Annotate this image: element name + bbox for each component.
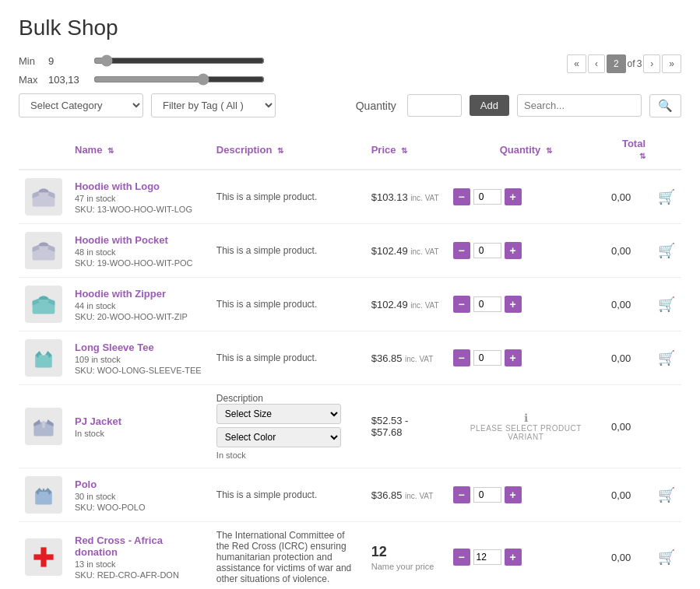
product-name-cell: PJ Jacket In stock — [69, 385, 210, 468]
product-stock: 30 in stock — [75, 492, 204, 501]
th-quantity[interactable]: Quantity ⇅ — [447, 130, 605, 170]
product-name-link[interactable]: Polo — [75, 479, 97, 490]
qty-plus-button[interactable]: + — [505, 242, 522, 259]
product-description: Description — [216, 393, 263, 404]
product-image — [25, 538, 62, 576]
product-total-cell: 0,00 — [605, 224, 652, 278]
product-image-cell — [19, 331, 69, 385]
table-row: Polo 30 in stock SKU: WOO-POLOThis is a … — [19, 468, 681, 522]
add-to-cart-button[interactable]: 🛒 — [658, 349, 675, 366]
product-cart-cell: 🛒 — [652, 278, 681, 331]
size-select[interactable]: Select Size — [216, 404, 341, 424]
product-total: 0,00 — [611, 299, 631, 310]
product-price-cell: $102.49 inc. VAT — [365, 278, 447, 331]
product-description: This is a simple product. — [210, 170, 365, 224]
svg-rect-9 — [33, 554, 53, 559]
color-select[interactable]: Select Color — [216, 427, 341, 447]
qty-input[interactable] — [473, 296, 501, 312]
add-to-cart-button[interactable]: 🛒 — [658, 486, 675, 503]
qty-minus-button[interactable]: − — [453, 486, 470, 503]
qty-input[interactable] — [473, 487, 501, 503]
tag-select[interactable]: Filter by Tag ( All ) — [151, 93, 276, 117]
product-name-link[interactable]: Hoodie with Zipper — [75, 288, 166, 300]
product-quantity-cell: ℹ PLEASE SELECT PRODUCT VARIANT — [447, 385, 605, 468]
quantity-input[interactable] — [407, 94, 462, 117]
product-description: This is a simple product. — [210, 278, 365, 331]
product-stock: 44 in stock — [75, 301, 204, 310]
qty-minus-button[interactable]: − — [453, 242, 470, 259]
product-description: The International Committee of the Red C… — [210, 522, 365, 590]
th-price[interactable]: Price ⇅ — [365, 130, 447, 170]
add-to-cart-button[interactable]: 🛒 — [658, 549, 675, 566]
qty-controls: − + — [453, 549, 599, 566]
pagination-current[interactable]: 2 — [607, 54, 626, 73]
add-to-cart-button[interactable]: 🛒 — [658, 296, 675, 313]
qty-input[interactable] — [473, 189, 501, 205]
add-button[interactable]: Add — [470, 95, 509, 116]
qty-input[interactable] — [473, 243, 501, 258]
max-range-slider[interactable] — [93, 73, 265, 86]
th-name[interactable]: Name ⇅ — [69, 130, 210, 170]
product-name-cell: Hoodie with Zipper 44 in stock SKU: 20-W… — [69, 278, 210, 331]
category-select[interactable]: Select Category — [19, 93, 143, 117]
th-total[interactable]: Total ⇅ — [605, 130, 652, 170]
product-price: $103.13 inc. VAT — [371, 191, 441, 203]
min-range-slider[interactable] — [93, 54, 265, 67]
table-row: Hoodie with Pocket 48 in stock SKU: 19-W… — [19, 224, 681, 278]
qty-minus-button[interactable]: − — [453, 349, 470, 366]
max-label: Max — [19, 74, 42, 86]
qty-input[interactable] — [473, 549, 501, 565]
product-name-cell: Long Sleeve Tee 109 in stock SKU: WOO-LO… — [69, 331, 210, 385]
search-input[interactable] — [517, 94, 642, 117]
product-sku: SKU: WOO-POLO — [75, 503, 204, 512]
product-image-cell — [19, 170, 69, 224]
th-action — [652, 130, 681, 170]
th-description[interactable]: Description ⇅ — [210, 130, 365, 170]
qty-minus-button[interactable]: − — [453, 188, 470, 205]
qty-plus-button[interactable]: + — [505, 549, 522, 566]
table-row: PJ Jacket In stock Description Select Si… — [19, 385, 681, 468]
product-image — [25, 339, 62, 377]
product-name-link[interactable]: Hoodie with Logo — [75, 181, 160, 192]
product-table: Name ⇅ Description ⇅ Price ⇅ Quantity ⇅ … — [19, 130, 681, 589]
price-vat: inc. VAT — [410, 247, 438, 256]
product-price: 12 — [371, 544, 441, 560]
qty-plus-button[interactable]: + — [505, 486, 522, 503]
search-button[interactable]: 🔍 — [649, 94, 681, 117]
product-stock: 47 in stock — [75, 194, 204, 203]
product-price-cell: $36.85 inc. VAT — [365, 331, 447, 385]
product-price-cell: $103.13 inc. VAT — [365, 170, 447, 224]
product-image — [25, 232, 62, 269]
qty-plus-button[interactable]: + — [505, 349, 522, 366]
qty-minus-button[interactable]: − — [453, 549, 470, 566]
qty-minus-button[interactable]: − — [453, 296, 470, 313]
product-description: This is a simple product. — [210, 331, 365, 385]
qty-plus-button[interactable]: + — [505, 296, 522, 313]
product-name-link[interactable]: PJ Jacket — [75, 415, 121, 427]
product-price: $102.49 inc. VAT — [371, 245, 441, 257]
product-total-cell: 0,00 — [605, 331, 652, 385]
product-total-cell: 0,00 — [605, 278, 652, 331]
product-sku: SKU: 20-WOO-HOO-WIT-ZIP — [75, 312, 204, 321]
min-label: Min — [19, 55, 42, 67]
product-stock: 13 in stock — [75, 559, 204, 569]
add-to-cart-button[interactable]: 🛒 — [658, 188, 675, 205]
qty-input[interactable] — [473, 350, 501, 366]
pagination-next[interactable]: › — [643, 54, 660, 73]
pagination-first[interactable]: « — [567, 54, 586, 73]
qty-controls: − + — [453, 242, 599, 259]
th-image — [19, 130, 69, 170]
product-name-link[interactable]: Long Sleeve Tee — [75, 342, 154, 353]
min-value: 9 — [48, 55, 87, 67]
product-name-link[interactable]: Hoodie with Pocket — [75, 234, 168, 246]
qty-controls: − + — [453, 486, 599, 503]
product-total: 0,00 — [611, 552, 631, 563]
product-image — [25, 178, 62, 216]
pagination-last[interactable]: » — [662, 54, 681, 73]
qty-plus-button[interactable]: + — [505, 188, 522, 205]
product-name-link[interactable]: Red Cross - Africa donation — [75, 535, 163, 558]
price-vat: inc. VAT — [405, 492, 433, 500]
product-sku: SKU: RED-CRO-AFR-DON — [75, 570, 204, 580]
add-to-cart-button[interactable]: 🛒 — [658, 242, 675, 259]
pagination-prev[interactable]: ‹ — [588, 54, 605, 73]
